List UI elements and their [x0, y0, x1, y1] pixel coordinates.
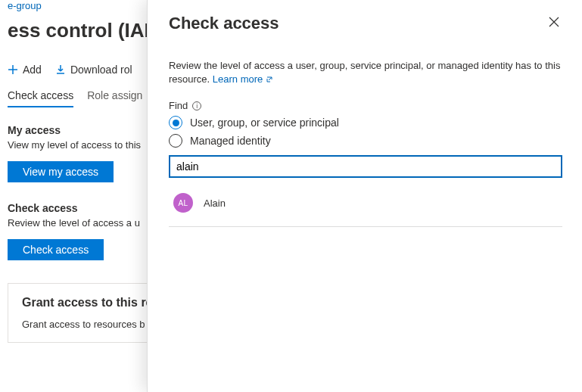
radio-managed-identity[interactable]: Managed identity	[169, 134, 562, 148]
result-name: Alain	[204, 198, 226, 209]
add-label: Add	[23, 64, 42, 76]
close-icon	[549, 17, 559, 27]
divider	[169, 226, 562, 227]
download-label: Download rol	[70, 64, 132, 76]
radio-user-label: User, group, or service principal	[190, 117, 339, 129]
find-label: Find i	[169, 100, 562, 111]
check-access-panel: Check access Review the level of access …	[147, 0, 582, 392]
download-icon	[55, 64, 66, 75]
tab-check-access[interactable]: Check access	[8, 89, 73, 107]
plus-icon	[8, 64, 18, 75]
check-access-button[interactable]: Check access	[8, 239, 104, 260]
search-result[interactable]: AL Alain	[169, 190, 562, 216]
add-button[interactable]: Add	[8, 64, 42, 76]
learn-more-link[interactable]: Learn more	[213, 73, 273, 85]
radio-user-group[interactable]: User, group, or service principal	[169, 116, 562, 129]
panel-desc: Review the level of access a user, group…	[169, 59, 562, 86]
info-icon[interactable]: i	[192, 101, 201, 110]
radio-managed-label: Managed identity	[190, 135, 271, 147]
search-input[interactable]	[169, 155, 562, 178]
radio-icon	[169, 116, 182, 129]
radio-icon	[169, 134, 182, 148]
tab-role-assignments[interactable]: Role assign	[87, 89, 142, 107]
close-button[interactable]	[546, 14, 562, 30]
avatar: AL	[173, 193, 193, 213]
panel-title: Check access	[169, 14, 279, 33]
external-link-icon	[266, 76, 273, 83]
breadcrumb[interactable]: e-group	[8, 0, 42, 11]
download-button[interactable]: Download rol	[55, 64, 132, 76]
view-my-access-button[interactable]: View my access	[8, 161, 114, 182]
